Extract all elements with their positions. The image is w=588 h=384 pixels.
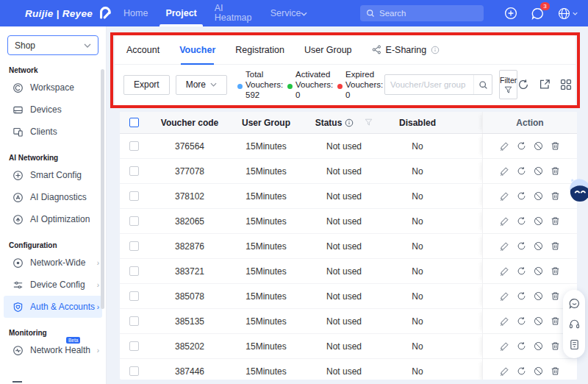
messages-icon[interactable]: 3 [531, 7, 544, 20]
renew-icon[interactable] [517, 241, 526, 251]
sidebar-item-ai-diagnostics[interactable]: AI Diagnostics [0, 186, 106, 208]
export-share-icon[interactable] [539, 79, 551, 90]
edit-icon[interactable] [500, 266, 509, 276]
user-group-cell: 15Minutes [230, 309, 302, 333]
disable-icon[interactable] [534, 316, 543, 326]
search-icon[interactable] [473, 75, 492, 94]
row-checkbox[interactable] [129, 341, 139, 351]
edit-icon[interactable] [500, 316, 509, 326]
scope-selector[interactable]: Shop [7, 35, 98, 55]
tab-registration[interactable]: Registration [235, 35, 284, 65]
sidebar-item-workspace[interactable]: Workspace [0, 77, 106, 99]
row-checkbox[interactable] [129, 216, 139, 226]
row-actions [482, 184, 577, 208]
renew-icon[interactable] [517, 166, 526, 176]
sidebar-item-smart-config[interactable]: Smart Config [0, 164, 106, 186]
grid-apps-icon[interactable] [560, 79, 572, 90]
feedback-icon[interactable] [569, 339, 580, 350]
disable-icon[interactable] [534, 216, 543, 226]
nav-ai-heatmap[interactable]: AI Heatmap [215, 0, 253, 26]
sidebar-scrollbar[interactable] [101, 69, 104, 309]
delete-icon[interactable] [551, 341, 560, 351]
row-checkbox[interactable] [129, 316, 139, 326]
delete-icon[interactable] [551, 191, 560, 201]
row-checkbox[interactable] [129, 141, 139, 151]
sidebar-item-clients[interactable]: Clients [0, 121, 106, 143]
chevron-down-icon [210, 82, 217, 87]
edit-icon[interactable] [500, 341, 509, 351]
disable-icon[interactable] [534, 291, 543, 301]
info-icon[interactable] [431, 46, 440, 54]
export-button[interactable]: Export [123, 75, 170, 95]
workspace-icon [12, 82, 24, 93]
tab-e-sharing[interactable]: E-Sharing [372, 35, 440, 65]
ai-assistant-mascot[interactable] [567, 177, 588, 204]
nav-project[interactable]: Project [165, 0, 196, 26]
select-all-checkbox[interactable] [129, 118, 139, 127]
delete-icon[interactable] [551, 141, 560, 151]
edit-icon[interactable] [500, 191, 509, 201]
headset-icon[interactable] [569, 319, 580, 330]
status-info-icon[interactable] [345, 118, 354, 127]
row-actions [482, 259, 577, 283]
tab-voucher[interactable]: Voucher [179, 35, 215, 65]
disable-icon[interactable] [534, 266, 543, 276]
renew-icon[interactable] [517, 366, 526, 376]
add-circle-icon[interactable] [504, 7, 517, 20]
edit-icon[interactable] [500, 366, 509, 376]
edit-icon[interactable] [500, 216, 509, 226]
network-health-icon [12, 345, 24, 356]
filter-button[interactable]: Filter [499, 70, 517, 99]
row-checkbox[interactable] [129, 166, 139, 176]
row-actions [482, 359, 577, 380]
brand-logo[interactable]: Ruijie | Reyee [25, 6, 113, 21]
row-checkbox[interactable] [129, 241, 139, 251]
edit-icon[interactable] [500, 141, 509, 151]
disable-icon[interactable] [534, 141, 543, 151]
disable-icon[interactable] [534, 166, 543, 176]
disable-icon[interactable] [534, 366, 543, 376]
delete-icon[interactable] [551, 291, 560, 301]
sidebar-item-network-wide[interactable]: Network-Wide › [0, 252, 106, 274]
row-checkbox[interactable] [129, 291, 139, 301]
voucher-search-input[interactable] [385, 80, 473, 89]
tab-account[interactable]: Account [126, 35, 159, 65]
renew-icon[interactable] [517, 141, 526, 151]
edit-icon[interactable] [500, 241, 509, 251]
delete-icon[interactable] [551, 241, 560, 251]
renew-icon[interactable] [517, 191, 526, 201]
delete-icon[interactable] [551, 316, 560, 326]
more-button[interactable]: More [176, 75, 227, 95]
disable-icon[interactable] [534, 191, 543, 201]
message-icon[interactable] [569, 298, 580, 309]
delete-icon[interactable] [551, 216, 560, 226]
renew-icon[interactable] [517, 216, 526, 226]
sidebar-item-network-health[interactable]: Network Health Beta › [0, 339, 106, 361]
row-checkbox[interactable] [129, 191, 139, 201]
nav-home[interactable]: Home [123, 0, 148, 26]
renew-icon[interactable] [517, 291, 526, 301]
nav-service[interactable]: Service [270, 0, 309, 26]
language-selector[interactable] [558, 7, 578, 20]
row-checkbox[interactable] [129, 366, 139, 376]
voucher-code-cell: 378102 [149, 184, 230, 208]
renew-icon[interactable] [517, 266, 526, 276]
delete-icon[interactable] [551, 166, 560, 176]
renew-icon[interactable] [517, 341, 526, 351]
disable-icon[interactable] [534, 341, 543, 351]
delete-icon[interactable] [551, 366, 560, 376]
refresh-icon[interactable] [517, 79, 529, 90]
row-checkbox[interactable] [129, 266, 139, 276]
renew-icon[interactable] [517, 316, 526, 326]
delete-icon[interactable] [551, 266, 560, 276]
search-input[interactable] [379, 9, 492, 18]
sidebar-item-ai-optimization[interactable]: AI Optimization [0, 208, 106, 230]
sidebar-item-device-config[interactable]: Device Config › [0, 274, 106, 296]
sidebar-item-devices[interactable]: Devices [0, 99, 106, 121]
status-filter-funnel-icon[interactable] [365, 118, 373, 127]
sidebar-item-auth-accounts[interactable]: Auth & Accounts › [4, 296, 102, 318]
disable-icon[interactable] [534, 241, 543, 251]
edit-icon[interactable] [500, 166, 509, 176]
edit-icon[interactable] [500, 291, 509, 301]
tab-user-group[interactable]: User Group [304, 35, 352, 65]
